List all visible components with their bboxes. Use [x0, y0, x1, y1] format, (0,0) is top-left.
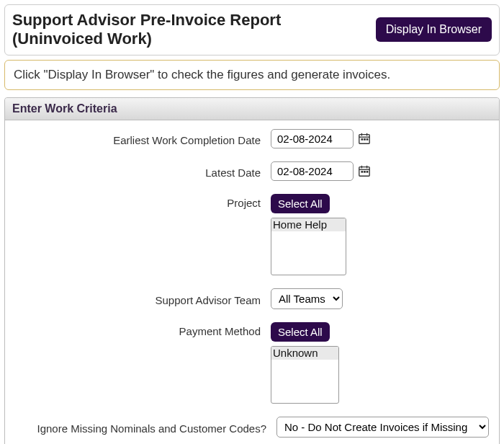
criteria-body: Earliest Work Completion Date Latest Dat… [5, 120, 499, 444]
svg-rect-12 [364, 171, 366, 173]
calendar-icon[interactable] [358, 132, 371, 145]
title-panel: Support Advisor Pre-Invoice Report (Unin… [4, 4, 500, 56]
calendar-icon[interactable] [358, 164, 371, 177]
svg-rect-11 [361, 171, 364, 173]
info-message: Click "Display In Browser" to check the … [14, 68, 390, 81]
label-latest-date: Latest Date [15, 164, 271, 179]
team-select[interactable]: All Teams [271, 288, 343, 309]
payment-select-all-button[interactable]: Select All [271, 322, 330, 342]
info-panel: Click "Display In Browser" to check the … [4, 60, 500, 90]
project-listbox[interactable]: Home Help [271, 218, 346, 275]
label-team: Support Advisor Team [15, 291, 271, 306]
row-ignore-missing: Ignore Missing Nominals and Customer Cod… [15, 417, 489, 438]
row-latest-date: Latest Date [15, 161, 489, 181]
project-option[interactable]: Home Help [271, 218, 346, 231]
label-earliest-date: Earliest Work Completion Date [15, 131, 271, 146]
row-payment: Payment Method Select All Unknown [15, 322, 489, 404]
criteria-header: Enter Work Criteria [5, 98, 499, 120]
row-project: Project Select All Home Help [15, 194, 489, 275]
criteria-panel: Enter Work Criteria Earliest Work Comple… [4, 97, 500, 444]
row-team: Support Advisor Team All Teams [15, 288, 489, 309]
earliest-date-input[interactable] [271, 129, 354, 148]
svg-rect-6 [366, 138, 369, 141]
payment-listbox[interactable]: Unknown [271, 346, 339, 404]
label-payment: Payment Method [15, 322, 271, 337]
row-earliest-date: Earliest Work Completion Date [15, 129, 489, 148]
label-ignore-missing: Ignore Missing Nominals and Customer Cod… [15, 419, 276, 435]
svg-rect-5 [364, 138, 366, 141]
project-select-all-button[interactable]: Select All [271, 194, 330, 213]
svg-rect-13 [366, 171, 369, 173]
latest-date-input[interactable] [271, 161, 354, 181]
svg-rect-4 [361, 138, 364, 141]
payment-option[interactable]: Unknown [271, 347, 338, 360]
label-project: Project [15, 194, 271, 209]
ignore-missing-select[interactable]: No - Do Not Create Invoices if Missing [276, 417, 489, 438]
page-title: Support Advisor Pre-Invoice Report (Unin… [12, 11, 369, 49]
display-in-browser-button[interactable]: Display In Browser [376, 17, 492, 42]
